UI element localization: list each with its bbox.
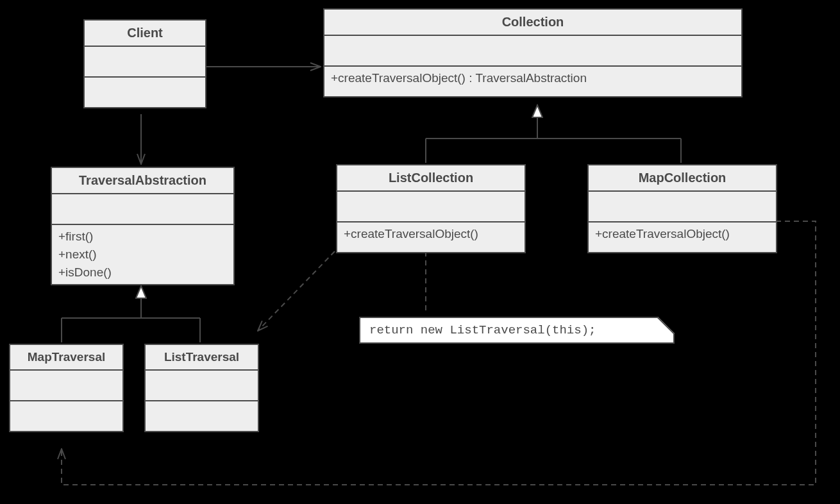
class-map-traversal-name: MapTraversal [10, 345, 122, 371]
uml-diagram: ListTraversal (dashed, open arrow) --> M… [0, 0, 840, 504]
class-client-name: Client [85, 21, 205, 47]
class-collection-ops: +createTraversalObject() : TraversalAbst… [324, 67, 741, 96]
class-map-collection-ops: +createTraversalObject() [589, 223, 776, 252]
class-list-collection-attrs [337, 192, 525, 223]
note-text: return new ListTraversal(this); [369, 323, 596, 337]
class-collection-name: Collection [324, 10, 741, 36]
op: +createTraversalObject() [344, 225, 518, 243]
class-traversal-abstraction-name: TraversalAbstraction [52, 168, 233, 194]
class-list-collection-ops: +createTraversalObject() [337, 223, 525, 252]
class-list-traversal: ListTraversal [144, 344, 259, 432]
note: return new ListTraversal(this); [359, 317, 675, 344]
class-list-traversal-name: ListTraversal [146, 345, 258, 371]
class-list-traversal-ops [146, 401, 258, 431]
note-fold-icon [658, 317, 675, 333]
class-client-ops [85, 78, 205, 107]
op: +next() [58, 246, 227, 264]
class-list-collection: ListCollection +createTraversalObject() [336, 164, 526, 253]
class-map-traversal: MapTraversal [9, 344, 124, 432]
class-map-collection-name: MapCollection [589, 165, 776, 192]
class-list-collection-name: ListCollection [337, 165, 525, 192]
op: +createTraversalObject() : TraversalAbst… [331, 69, 735, 87]
class-map-collection-attrs [589, 192, 776, 223]
class-map-traversal-ops [10, 401, 122, 431]
class-list-traversal-attrs [146, 371, 258, 401]
class-map-traversal-attrs [10, 371, 122, 401]
op: +isDone() [58, 264, 227, 281]
class-map-collection: MapCollection +createTraversalObject() [587, 164, 777, 253]
class-collection-attrs [324, 36, 741, 67]
class-traversal-abstraction-ops: +first() +next() +isDone() [52, 225, 233, 284]
class-traversal-abstraction-attrs [52, 194, 233, 225]
class-traversal-abstraction: TraversalAbstraction +first() +next() +i… [51, 167, 235, 285]
dep-listcollection-listtraversal [258, 251, 335, 331]
class-client: Client [83, 19, 206, 108]
class-client-attrs [85, 47, 205, 78]
op: +first() [58, 228, 227, 246]
op: +createTraversalObject() [595, 225, 769, 243]
class-collection: Collection +createTraversalObject() : Tr… [323, 8, 743, 97]
